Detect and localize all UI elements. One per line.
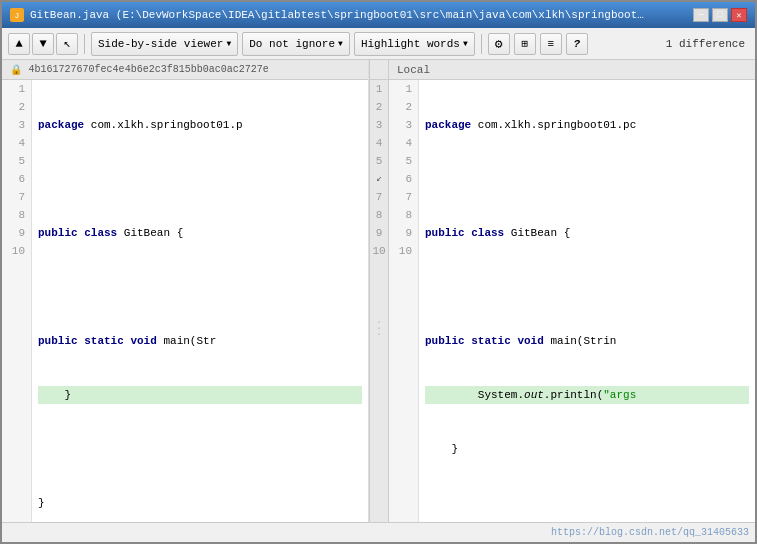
left-code-area: 1 2 3 4 5 6 7 8 9 10 package com.xlkh.sp… — [2, 80, 368, 522]
maximize-button[interactable]: □ — [712, 8, 728, 22]
left-line-3: public class GitBean { — [38, 224, 362, 242]
left-ln-3: 3 — [8, 116, 25, 134]
toolbar-sep-2 — [481, 34, 482, 54]
left-line-5: public static void main(Str — [38, 332, 362, 350]
right-line-numbers: 1 2 3 4 5 6 7 8 9 10 — [389, 80, 419, 522]
highlight-chevron-icon: ▼ — [463, 39, 468, 48]
left-panel-header: 🔒 4b161727670fec4e4b6e2c3f815bb0ac0ac272… — [2, 60, 368, 80]
window-title: GitBean.java (E:\DevWorkSpace\IDEA\gitla… — [30, 9, 650, 21]
left-ln-7: 7 — [8, 188, 25, 206]
right-code-area: 1 2 3 4 5 6 7 8 9 10 package com.xlkh.sp… — [389, 80, 755, 522]
ignore-dropdown[interactable]: Do not ignore ▼ — [242, 32, 350, 56]
bottom-url: https://blog.csdn.net/qq_31405633 — [551, 527, 749, 538]
left-line-8: } — [38, 494, 362, 512]
right-line-2 — [425, 170, 749, 188]
right-ln-2: 2 — [395, 98, 412, 116]
left-ln-1: 1 — [8, 80, 25, 98]
viewer-dropdown[interactable]: Side-by-side viewer ▼ — [91, 32, 238, 56]
right-ln-9: 9 — [395, 224, 412, 242]
div-ln-7: 7 — [376, 188, 383, 206]
left-line-4 — [38, 278, 362, 296]
right-ln-8: 8 — [395, 206, 412, 224]
left-ln-5: 5 — [8, 152, 25, 170]
right-ln-3: 3 — [395, 116, 412, 134]
title-bar-left: J GitBean.java (E:\DevWorkSpace\IDEA\git… — [10, 8, 650, 22]
highlight-label: Highlight words — [361, 38, 460, 50]
main-window: J GitBean.java (E:\DevWorkSpace\IDEA\git… — [0, 0, 757, 544]
nav-buttons: ▲ ▼ ↖ — [8, 33, 78, 55]
div-arrow-6: ↙ — [376, 170, 382, 188]
right-ln-5: 5 — [395, 152, 412, 170]
settings-icon-btn[interactable]: ⚙ — [488, 33, 510, 55]
right-panel-title: Local — [397, 64, 430, 76]
right-panel: Local 1 2 3 4 5 6 7 8 9 10 package com.x… — [389, 60, 755, 522]
div-ln-5: 5 — [376, 152, 383, 170]
divider-line-numbers: 1 2 3 4 5 ↙ 7 8 9 10 — [372, 80, 385, 260]
right-ln-4: 4 — [395, 134, 412, 152]
right-line-8 — [425, 494, 749, 512]
left-line-2 — [38, 170, 362, 188]
div-ln-10: 10 — [372, 242, 385, 260]
right-line-3: public class GitBean { — [425, 224, 749, 242]
right-line-7: } — [425, 440, 749, 458]
left-ln-10: 10 — [8, 242, 25, 260]
toolbar: ▲ ▼ ↖ Side-by-side viewer ▼ Do not ignor… — [2, 28, 755, 60]
highlight-dropdown[interactable]: Highlight words ▼ — [354, 32, 475, 56]
title-bar: J GitBean.java (E:\DevWorkSpace\IDEA\git… — [2, 2, 755, 28]
close-button[interactable]: ✕ — [731, 8, 747, 22]
ignore-label: Do not ignore — [249, 38, 335, 50]
divider-dots: · · · — [376, 320, 382, 338]
app-icon: J — [10, 8, 24, 22]
right-line-5: public static void main(Strin — [425, 332, 749, 350]
left-line-1: package com.xlkh.springboot01.p — [38, 116, 362, 134]
help-button[interactable]: ? — [566, 33, 588, 55]
left-code-content[interactable]: package com.xlkh.springboot01.p public c… — [32, 80, 368, 522]
right-ln-6: 6 — [395, 170, 412, 188]
content-area: 🔒 4b161727670fec4e4b6e2c3f815bb0ac0ac272… — [2, 60, 755, 522]
diff-count: 1 difference — [666, 38, 749, 50]
nav-prev-button[interactable]: ↖ — [56, 33, 78, 55]
minimize-button[interactable]: ─ — [693, 8, 709, 22]
right-line-1: package com.xlkh.springboot01.pc — [425, 116, 749, 134]
right-ln-1: 1 — [395, 80, 412, 98]
viewer-chevron-icon: ▼ — [226, 39, 231, 48]
div-ln-1: 1 — [376, 80, 383, 98]
left-line-numbers: 1 2 3 4 5 6 7 8 9 10 — [2, 80, 32, 522]
div-ln-4: 4 — [376, 134, 383, 152]
div-ln-8: 8 — [376, 206, 383, 224]
right-ln-10: 10 — [395, 242, 412, 260]
gear-icon-btn[interactable]: ≡ — [540, 33, 562, 55]
ignore-chevron-icon: ▼ — [338, 39, 343, 48]
left-line-6: } — [38, 386, 362, 404]
div-ln-9: 9 — [376, 224, 383, 242]
left-line-7 — [38, 440, 362, 458]
right-line-4 — [425, 278, 749, 296]
bottom-bar: https://blog.csdn.net/qq_31405633 — [2, 522, 755, 542]
right-line-6: System.out.println("args — [425, 386, 749, 404]
title-controls: ─ □ ✕ — [693, 8, 747, 22]
columns-icon-btn[interactable]: ⊞ — [514, 33, 536, 55]
right-ln-7: 7 — [395, 188, 412, 206]
nav-down-button[interactable]: ▼ — [32, 33, 54, 55]
left-panel: 🔒 4b161727670fec4e4b6e2c3f815bb0ac0ac272… — [2, 60, 369, 522]
left-ln-6: 6 — [8, 170, 25, 188]
nav-up-button[interactable]: ▲ — [8, 33, 30, 55]
div-ln-2: 2 — [376, 98, 383, 116]
divider-header — [370, 60, 388, 80]
div-ln-3: 3 — [376, 116, 383, 134]
left-ln-4: 4 — [8, 134, 25, 152]
toolbar-sep-1 — [84, 34, 85, 54]
left-ln-9: 9 — [8, 224, 25, 242]
left-panel-hash: 4b161727670fec4e4b6e2c3f815bb0ac0ac2727e — [29, 64, 269, 75]
center-divider: 1 2 3 4 5 ↙ 7 8 9 10 · · · — [369, 60, 389, 522]
left-ln-8: 8 — [8, 206, 25, 224]
right-code-content[interactable]: package com.xlkh.springboot01.pc public … — [419, 80, 755, 522]
right-panel-header: Local — [389, 60, 755, 80]
left-ln-2: 2 — [8, 98, 25, 116]
viewer-label: Side-by-side viewer — [98, 38, 223, 50]
